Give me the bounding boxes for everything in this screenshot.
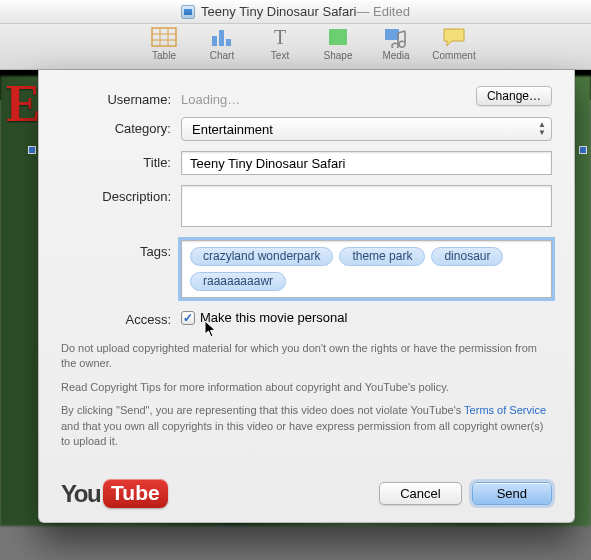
youtube-logo-you: You [61,480,100,508]
edited-indicator: — Edited [356,4,409,19]
access-label: Access: [61,308,181,327]
selection-handle[interactable] [28,146,36,154]
title-input[interactable] [181,151,552,175]
send-button[interactable]: Send [472,482,552,505]
cancel-button[interactable]: Cancel [379,482,461,505]
description-textarea[interactable] [181,185,552,227]
tag-token[interactable]: theme park [339,247,425,266]
shape-icon [325,26,351,48]
chart-icon [209,26,235,48]
selection-handle[interactable] [579,146,587,154]
title-label: Title: [61,151,181,170]
row-tags: Tags: crazyland wonderpark theme park di… [61,240,552,298]
personal-checkbox-label[interactable]: Make this movie personal [200,310,347,325]
toolbar-label: Text [271,50,289,61]
tag-token[interactable]: dinosaur [431,247,503,266]
youtube-logo-tube: Tube [103,479,168,508]
send-agreement: By clicking "Send", you are representing… [61,403,552,449]
category-select[interactable]: Entertainment ▲▼ [181,117,552,141]
toolbar-label: Table [152,50,176,61]
toolbar-label: Media [382,50,409,61]
text-icon: T [267,26,293,48]
svg-rect-9 [329,29,347,45]
toolbar-label: Comment [432,50,475,61]
username-label: Username: [61,88,181,107]
svg-rect-5 [212,36,217,46]
copyright-warning: Do not upload copyrighted material for w… [61,341,552,372]
table-icon [151,26,177,48]
row-category: Category: Entertainment ▲▼ [61,117,552,141]
row-access: Access: ✓ Make this movie personal [61,308,552,327]
svg-rect-0 [152,28,176,46]
toolbar-item-chart[interactable]: Chart [198,26,246,69]
row-title: Title: [61,151,552,175]
personal-checkbox[interactable]: ✓ [181,311,195,325]
select-arrows-icon: ▲▼ [538,121,546,137]
change-button[interactable]: Change… [476,86,552,106]
comment-icon [441,26,467,48]
toolbar-label: Chart [210,50,234,61]
tags-label: Tags: [61,240,181,259]
tag-token[interactable]: crazyland wonderpark [190,247,333,266]
window-titlebar: Teeny Tiny Dinosaur Safari — Edited [0,0,591,24]
background-letter: E [6,74,41,133]
svg-rect-7 [226,39,231,46]
row-description: Description: [61,185,552,230]
youtube-upload-sheet: Username: Loading… Change… Category: Ent… [38,70,575,523]
youtube-logo: You Tube [61,479,168,508]
row-username: Username: Loading… Change… [61,88,552,107]
toolbar-item-shape[interactable]: Shape [314,26,362,69]
category-label: Category: [61,117,181,136]
category-value: Entertainment [192,122,273,137]
window-title: Teeny Tiny Dinosaur Safari [201,4,356,19]
media-icon [383,26,409,48]
description-label: Description: [61,185,181,204]
tag-token[interactable]: raaaaaaaawr [190,272,286,291]
toolbar: Table Chart T Text Shape Media Comment [0,24,591,70]
sheet-footer: You Tube Cancel Send [61,479,552,508]
toolbar-item-text[interactable]: T Text [256,26,304,69]
svg-text:T: T [274,26,286,48]
agreement-text-pre: By clicking "Send", you are representing… [61,404,464,416]
svg-rect-10 [385,29,399,40]
toolbar-label: Shape [324,50,353,61]
agreement-text-post: and that you own all copyrights in this … [61,420,543,447]
toolbar-item-comment[interactable]: Comment [430,26,478,69]
document-icon [181,5,195,19]
terms-of-service-link[interactable]: Terms of Service [464,404,546,416]
toolbar-item-table[interactable]: Table [140,26,188,69]
toolbar-item-media[interactable]: Media [372,26,420,69]
tags-field[interactable]: crazyland wonderpark theme park dinosaur… [181,240,552,298]
svg-rect-6 [219,30,224,46]
copyright-tips: Read Copyright Tips for more information… [61,380,552,395]
checkmark-icon: ✓ [183,313,193,323]
